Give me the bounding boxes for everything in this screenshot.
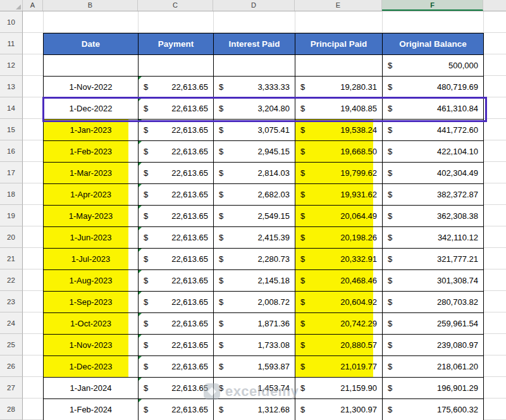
cell-balance[interactable]: $461,310.84 (383, 98, 484, 120)
cell-interest[interactable]: $2,549.15 (214, 206, 295, 227)
cell-date[interactable]: 1-Jun-2023 (44, 227, 139, 249)
cell-balance[interactable]: $218,061.20 (383, 356, 484, 378)
cell-payment[interactable]: $22,613.65 (139, 206, 214, 227)
cell-principal[interactable]: $21,019.77 (295, 356, 383, 378)
row-header-25[interactable]: 25 (0, 334, 23, 355)
cell-interest[interactable]: $1,871.36 (214, 313, 295, 335)
row-header-13[interactable]: 13 (0, 76, 23, 97)
cell-empty[interactable] (139, 55, 214, 77)
cell-interest[interactable]: $3,204.80 (214, 98, 295, 120)
cell-balance[interactable]: $259,961.54 (383, 313, 484, 335)
row-header-17[interactable]: 17 (0, 162, 23, 183)
cell-initial-balance[interactable]: $500,000 (383, 55, 484, 77)
header-principal-paid[interactable]: Principal Paid (295, 34, 383, 55)
cell-balance[interactable]: $480,719.69 (383, 77, 484, 98)
cell-payment[interactable]: $22,613.65 (139, 356, 214, 378)
cell-balance[interactable]: $382,372.87 (383, 184, 484, 206)
cell-payment[interactable]: $22,613.65 (139, 77, 214, 98)
cell-payment[interactable]: $22,613.65 (139, 184, 214, 206)
cell-principal[interactable]: $19,280.31 (295, 77, 383, 98)
column-header-e[interactable]: E (295, 0, 382, 11)
cell-principal[interactable]: $20,880.57 (295, 335, 383, 356)
cell-interest[interactable]: $2,415.39 (214, 227, 295, 249)
cell-balance[interactable]: $422,104.10 (383, 141, 484, 163)
cell-date[interactable]: 1-Oct-2023 (44, 313, 139, 335)
cell-date[interactable]: 1-Mar-2023 (44, 163, 139, 184)
cell-interest[interactable]: $1,733.08 (214, 335, 295, 356)
row-header-28[interactable]: 28 (0, 398, 23, 420)
cell-date[interactable]: 1-Nov-2022 (44, 77, 139, 98)
cell-principal[interactable]: $20,064.49 (295, 206, 383, 227)
row-header-27[interactable]: 27 (0, 377, 23, 398)
row-header-21[interactable]: 21 (0, 248, 23, 269)
row-header-20[interactable]: 20 (0, 226, 23, 248)
cell-date[interactable]: 1-Jan-2024 (44, 378, 139, 399)
cell-balance[interactable]: $441,772.60 (383, 120, 484, 141)
cell-date[interactable]: 1-Nov-2023 (44, 335, 139, 356)
column-header-a[interactable]: A (23, 0, 43, 11)
cell-payment[interactable]: $22,613.65 (139, 292, 214, 313)
cell-principal[interactable]: $20,468.46 (295, 270, 383, 292)
cell-interest[interactable]: $2,814.03 (214, 163, 295, 184)
cell-payment[interactable]: $22,613.65 (139, 335, 214, 356)
cell-interest[interactable]: $2,682.03 (214, 184, 295, 206)
row-header-14[interactable]: 14 (0, 97, 23, 119)
header-date[interactable]: Date (44, 34, 139, 55)
row-header-16[interactable]: 16 (0, 140, 23, 162)
header-original-balance[interactable]: Original Balance (383, 34, 484, 55)
cell-principal[interactable]: $20,742.29 (295, 313, 383, 335)
cell-date[interactable]: 1-Dec-2022 (44, 98, 139, 120)
row-header-24[interactable]: 24 (0, 312, 23, 334)
cell-payment[interactable]: $22,613.65 (139, 249, 214, 270)
cell-balance[interactable]: $239,080.97 (383, 335, 484, 356)
cell-date[interactable]: 1-Jan-2023 (44, 120, 139, 141)
cell-principal[interactable]: $20,332.91 (295, 249, 383, 270)
cell-empty[interactable] (44, 55, 139, 77)
cell-balance[interactable]: $196,901.29 (383, 378, 484, 399)
cell-date[interactable]: 1-Aug-2023 (44, 270, 139, 292)
cell-interest[interactable]: $2,145.18 (214, 270, 295, 292)
cell-principal[interactable]: $21,159.90 (295, 378, 383, 399)
cell-date[interactable]: 1-Sep-2023 (44, 292, 139, 313)
cell-date[interactable]: 1-Feb-2024 (44, 399, 139, 420)
row-header-11[interactable]: 11 (0, 33, 23, 54)
cell-balance[interactable]: $321,777.21 (383, 249, 484, 270)
row-header-18[interactable]: 18 (0, 183, 23, 205)
cell-date[interactable]: 1-May-2023 (44, 206, 139, 227)
cell-interest[interactable]: $1,312.68 (214, 399, 295, 420)
cell-principal[interactable]: $21,300.97 (295, 399, 383, 420)
cell-interest[interactable]: $1,593.87 (214, 356, 295, 378)
row-header-10[interactable]: 10 (0, 11, 23, 33)
cell-interest[interactable]: $2,945.15 (214, 141, 295, 163)
cell-principal[interactable]: $20,198.26 (295, 227, 383, 249)
cell-principal[interactable]: $19,799.62 (295, 163, 383, 184)
cell-interest[interactable]: $1,453.74 (214, 378, 295, 399)
header-interest-paid[interactable]: Interest Paid (214, 34, 295, 55)
cell-balance[interactable]: $362,308.38 (383, 206, 484, 227)
cell-principal[interactable]: $20,604.92 (295, 292, 383, 313)
cell-balance[interactable]: $280,703.82 (383, 292, 484, 313)
cell-payment[interactable]: $22,613.65 (139, 98, 214, 120)
header-payment[interactable]: Payment (139, 34, 214, 55)
cell-date[interactable]: 1-Feb-2023 (44, 141, 139, 163)
row-header-12[interactable]: 12 (0, 54, 23, 76)
cell-interest[interactable]: $2,280.73 (214, 249, 295, 270)
cell-principal[interactable]: $19,668.50 (295, 141, 383, 163)
row-header-23[interactable]: 23 (0, 291, 23, 312)
row-header-22[interactable]: 22 (0, 269, 23, 291)
cell-payment[interactable]: $22,613.65 (139, 399, 214, 420)
cell-balance[interactable]: $301,308.74 (383, 270, 484, 292)
cell-payment[interactable]: $22,613.65 (139, 270, 214, 292)
cell-payment[interactable]: $22,613.65 (139, 120, 214, 141)
column-header-d[interactable]: D (213, 0, 295, 11)
cell-principal[interactable]: $19,408.85 (295, 98, 383, 120)
row-header-15[interactable]: 15 (0, 119, 23, 140)
cell-interest[interactable]: $2,008.72 (214, 292, 295, 313)
cell-empty[interactable] (295, 55, 383, 77)
cell-payment[interactable]: $22,613.65 (139, 378, 214, 399)
cell-payment[interactable]: $22,613.65 (139, 141, 214, 163)
cell-interest[interactable]: $3,075.41 (214, 120, 295, 141)
cell-date[interactable]: 1-Dec-2023 (44, 356, 139, 378)
column-header-c[interactable]: C (138, 0, 213, 11)
cell-balance[interactable]: $402,304.49 (383, 163, 484, 184)
